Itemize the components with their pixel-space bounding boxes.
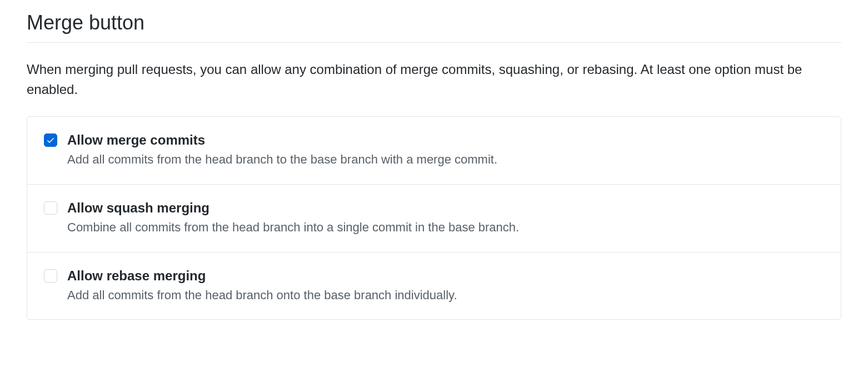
merge-options-container: Allow merge commits Add all commits from…: [27, 116, 841, 320]
option-description-squash-merging: Combine all commits from the head branch…: [67, 219, 824, 236]
check-icon: [46, 136, 55, 145]
option-row-merge-commits: Allow merge commits Add all commits from…: [27, 117, 841, 185]
option-description-rebase-merging: Add all commits from the head branch ont…: [67, 287, 824, 304]
checkbox-wrapper: [44, 133, 57, 147]
option-row-squash-merging: Allow squash merging Combine all commits…: [27, 185, 841, 253]
section-description: When merging pull requests, you can allo…: [27, 60, 841, 100]
option-description-merge-commits: Add all commits from the head branch to …: [67, 151, 824, 169]
checkbox-allow-rebase-merging[interactable]: [44, 269, 57, 283]
option-content: Allow squash merging Combine all commits…: [67, 200, 824, 236]
option-content: Allow rebase merging Add all commits fro…: [67, 268, 824, 304]
section-title: Merge button: [27, 11, 841, 43]
option-title-merge-commits: Allow merge commits: [67, 132, 824, 148]
option-title-squash-merging: Allow squash merging: [67, 200, 824, 216]
option-title-rebase-merging: Allow rebase merging: [67, 268, 824, 284]
checkbox-allow-squash-merging[interactable]: [44, 201, 57, 215]
checkbox-wrapper: [44, 201, 57, 215]
option-row-rebase-merging: Allow rebase merging Add all commits fro…: [27, 253, 841, 320]
checkbox-allow-merge-commits[interactable]: [44, 133, 57, 147]
option-content: Allow merge commits Add all commits from…: [67, 132, 824, 169]
checkbox-wrapper: [44, 269, 57, 283]
